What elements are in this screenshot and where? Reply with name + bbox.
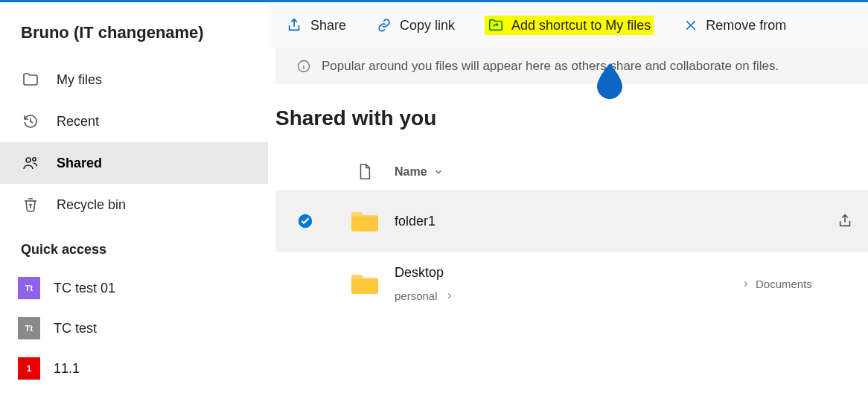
copylink-icon — [376, 17, 392, 33]
quick-access-label: TC test 01 — [54, 281, 115, 296]
share-button[interactable]: Share — [287, 17, 346, 33]
sidebar: Bruno (IT changename) My files Recent Sh… — [0, 2, 268, 393]
column-name-header[interactable]: Name — [395, 165, 823, 179]
svg-point-1 — [33, 158, 36, 161]
sidebar-item-shared[interactable]: Shared — [0, 142, 268, 184]
close-icon — [683, 18, 698, 33]
sidebar-title: Bruno (IT changename) — [0, 17, 268, 59]
copy-link-label: Copy link — [400, 18, 455, 33]
quick-access-label: 11.1 — [54, 361, 80, 377]
quick-access-item[interactable]: Tt TC test 01 — [0, 268, 268, 308]
chevron-right-icon — [741, 280, 750, 288]
add-shortcut-label: Add shortcut to My files — [511, 18, 651, 33]
column-type-icon — [335, 162, 395, 182]
breadcrumb-trail[interactable]: Documents — [756, 278, 812, 290]
selected-check-icon[interactable] — [297, 213, 313, 229]
list-item[interactable]: Desktop personal Documents — [275, 252, 868, 315]
folder-shortcut-icon — [488, 17, 504, 33]
sidebar-item-recent[interactable]: Recent — [0, 100, 268, 142]
folder-icon — [21, 70, 40, 89]
remove-button[interactable]: Remove from — [683, 18, 786, 33]
folder-icon — [350, 271, 380, 296]
info-icon — [296, 59, 311, 74]
recyclebin-icon — [21, 195, 40, 214]
clock-icon — [21, 112, 40, 131]
main-area: Share Copy link Add shortcut to My files… — [268, 2, 868, 393]
chevron-right-icon — [445, 292, 453, 300]
share-label: Share — [310, 18, 346, 33]
share-row-icon[interactable] — [837, 213, 854, 229]
site-chip-icon: Tt — [18, 317, 40, 339]
chevron-down-icon — [433, 167, 444, 177]
site-chip-icon: 1 — [18, 357, 40, 380]
copy-link-button[interactable]: Copy link — [376, 17, 455, 33]
share-icon — [287, 17, 303, 33]
page-heading: Shared with you — [268, 99, 868, 154]
app-root: Bruno (IT changename) My files Recent Sh… — [0, 2, 868, 393]
item-subtitle: personal — [395, 290, 438, 302]
sidebar-item-label: Recent — [57, 114, 99, 130]
file-list: Name folder1 — [268, 154, 868, 315]
sidebar-item-label: Recycle bin — [57, 197, 126, 213]
site-chip-icon: Tt — [18, 277, 40, 299]
item-name: folder1 — [395, 214, 435, 229]
command-bar: Share Copy link Add shortcut to My files… — [268, 2, 868, 48]
sidebar-item-myfiles[interactable]: My files — [0, 59, 268, 100]
add-shortcut-button[interactable]: Add shortcut to My files — [485, 16, 654, 35]
list-item[interactable]: folder1 — [275, 190, 868, 252]
folder-icon — [350, 208, 380, 234]
sidebar-item-recyclebin[interactable]: Recycle bin — [0, 184, 268, 226]
quick-access-item[interactable]: Tt TC test — [0, 308, 268, 348]
column-header-row: Name — [275, 154, 868, 190]
quick-access-item[interactable]: 1 11.1 — [0, 348, 268, 389]
quick-access-label: TC test — [54, 321, 97, 336]
remove-label: Remove from — [706, 18, 786, 33]
sidebar-item-label: Shared — [57, 156, 102, 171]
svg-point-0 — [26, 158, 31, 162]
info-banner-text: Popular around you files will appear her… — [322, 59, 779, 74]
sidebar-item-label: My files — [57, 72, 102, 88]
people-icon — [21, 153, 40, 173]
item-name: Desktop — [395, 265, 444, 281]
info-banner: Popular around you files will appear her… — [275, 48, 868, 84]
column-name-label: Name — [395, 165, 427, 179]
quick-access-heading: Quick access — [0, 226, 268, 268]
